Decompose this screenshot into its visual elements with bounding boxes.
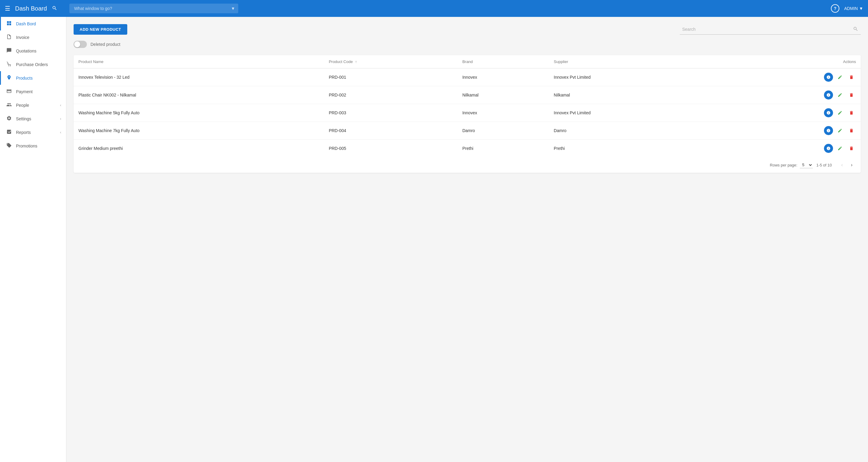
cell-brand: Innovex — [458, 104, 549, 122]
cell-product-name: Washing Machine 5kg Fully Auto — [73, 104, 324, 122]
sort-icon: ↑ — [355, 60, 357, 64]
cell-product-code: PRD-005 — [324, 140, 458, 157]
info-button[interactable] — [824, 144, 833, 153]
sidebar-label-settings: Settings — [16, 116, 31, 121]
sidebar-label-promotions: Promotions — [16, 144, 37, 148]
sidebar-item-dashboard[interactable]: Dash Bord — [0, 17, 66, 30]
cell-actions — [714, 68, 861, 86]
purchase-orders-icon — [6, 61, 12, 67]
cell-product-code: PRD-001 — [324, 68, 458, 86]
delete-button[interactable] — [847, 144, 856, 153]
main-search-input[interactable] — [69, 4, 238, 13]
next-page-button[interactable]: › — [847, 161, 856, 169]
products-table-card: Product Name Product Code ↑ Brand Suppli… — [73, 55, 861, 173]
cell-product-code: PRD-004 — [324, 122, 458, 140]
sidebar-item-promotions[interactable]: Promotions — [0, 139, 66, 153]
cell-actions — [714, 140, 861, 157]
quotations-icon — [6, 48, 12, 54]
table-row: Innovex Television - 32 Led PRD-001 Inno… — [73, 68, 861, 86]
admin-dropdown-icon: ▼ — [859, 6, 863, 11]
admin-menu[interactable]: ADMIN ▼ — [844, 6, 863, 11]
info-button[interactable] — [824, 126, 833, 135]
sidebar-label-quotations: Quotations — [16, 49, 36, 53]
edit-button[interactable] — [835, 144, 844, 153]
col-supplier: Supplier — [549, 55, 714, 68]
table-header-row: Product Name Product Code ↑ Brand Suppli… — [73, 55, 861, 68]
sidebar-label-reports: Reports — [16, 130, 31, 135]
pagination: Rows per page: 51025 1-5 of 10 ‹ › — [73, 157, 861, 173]
cell-supplier: Nilkamal — [549, 86, 714, 104]
sidebar-item-products[interactable]: Products — [0, 71, 66, 85]
delete-button[interactable] — [847, 90, 856, 99]
main-content: ADD NEW PRODUCT Deleted product P — [66, 17, 868, 462]
prev-page-button[interactable]: ‹ — [838, 161, 846, 169]
promotions-icon — [6, 143, 12, 149]
edit-button[interactable] — [835, 90, 844, 99]
table-row: Washing Machine 5kg Fully Auto PRD-003 I… — [73, 104, 861, 122]
sidebar-item-purchase-orders[interactable]: Purchase Orders — [0, 58, 66, 71]
help-button[interactable]: ? — [831, 4, 839, 13]
rows-per-page-control: Rows per page: 51025 — [770, 162, 813, 168]
info-button[interactable] — [824, 73, 833, 82]
table-row: Washing Machine 7kg Fully Auto PRD-004 D… — [73, 122, 861, 140]
products-icon — [6, 75, 12, 81]
rows-per-page-select[interactable]: 51025 — [800, 162, 813, 168]
hamburger-icon[interactable]: ☰ — [5, 5, 10, 12]
rows-per-page-label: Rows per page: — [770, 163, 798, 167]
page-info: 1-5 of 10 — [816, 163, 832, 167]
delete-button[interactable] — [847, 73, 856, 82]
payment-icon — [6, 88, 12, 95]
cell-product-name: Plastic Chair NK002 - Nilkamal — [73, 86, 324, 104]
sidebar-label-people: People — [16, 103, 29, 107]
sidebar-item-settings[interactable]: Settings ‹ — [0, 112, 66, 125]
cell-product-name: Innovex Television - 32 Led — [73, 68, 324, 86]
cell-product-code: PRD-003 — [324, 104, 458, 122]
invoice-icon — [6, 34, 12, 40]
edit-button[interactable] — [835, 108, 844, 117]
cell-supplier: Prethi — [549, 140, 714, 157]
table-row: Plastic Chair NK002 - Nilkamal PRD-002 N… — [73, 86, 861, 104]
reports-expand-icon: ‹ — [60, 130, 61, 134]
deleted-product-label: Deleted product — [91, 42, 120, 47]
edit-button[interactable] — [835, 126, 844, 135]
sidebar-item-invoice[interactable]: Invoice — [0, 30, 66, 44]
sidebar-label-products: Products — [16, 76, 33, 81]
settings-icon — [6, 116, 12, 122]
toolbar: ADD NEW PRODUCT — [73, 24, 861, 35]
people-expand-icon: ‹ — [60, 103, 61, 107]
info-button[interactable] — [824, 90, 833, 99]
search-icon — [52, 5, 57, 12]
delete-button[interactable] — [847, 108, 856, 117]
cell-brand: Damro — [458, 122, 549, 140]
cell-supplier: Innovex Pvt Limited — [549, 68, 714, 86]
layout: Dash Bord Invoice Quotations Purchase Or… — [0, 0, 868, 462]
search-submit-icon[interactable] — [853, 26, 858, 33]
edit-button[interactable] — [835, 73, 844, 82]
page-navigation: ‹ › — [838, 161, 856, 169]
col-product-name: Product Name — [73, 55, 324, 68]
sidebar-item-people[interactable]: People ‹ — [0, 98, 66, 112]
info-button[interactable] — [824, 108, 833, 117]
sidebar-item-quotations[interactable]: Quotations — [0, 44, 66, 58]
col-product-code[interactable]: Product Code ↑ — [324, 55, 458, 68]
search-container: ▼ — [69, 4, 238, 13]
sidebar-label-payment: Payment — [16, 89, 33, 94]
app-title: Dash Board — [15, 5, 47, 12]
grid-icon — [6, 21, 12, 27]
sidebar-item-payment[interactable]: Payment — [0, 85, 66, 98]
settings-expand-icon: ‹ — [60, 117, 61, 121]
toggle-knob — [74, 41, 80, 48]
cell-product-name: Grinder Medium preethi — [73, 140, 324, 157]
search-dropdown-icon[interactable]: ▼ — [231, 6, 235, 11]
cell-product-name: Washing Machine 7kg Fully Auto — [73, 122, 324, 140]
sidebar-label-dashboard: Dash Bord — [16, 22, 36, 26]
deleted-product-toggle[interactable] — [73, 41, 87, 48]
col-brand: Brand — [458, 55, 549, 68]
sidebar-label-invoice: Invoice — [16, 35, 29, 40]
sidebar-item-reports[interactable]: Reports ‹ — [0, 125, 66, 139]
add-product-button[interactable]: ADD NEW PRODUCT — [73, 24, 127, 35]
delete-button[interactable] — [847, 126, 856, 135]
cell-brand: Prethi — [458, 140, 549, 157]
product-search-input[interactable] — [682, 27, 853, 32]
cell-brand: Nilkamal — [458, 86, 549, 104]
